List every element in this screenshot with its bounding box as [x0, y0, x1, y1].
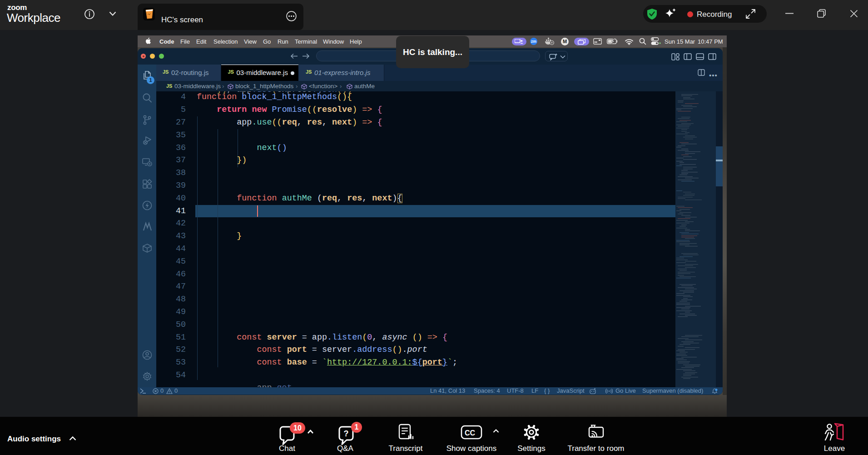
svg-text:CC: CC — [465, 429, 476, 437]
svg-text:?: ? — [344, 429, 349, 438]
